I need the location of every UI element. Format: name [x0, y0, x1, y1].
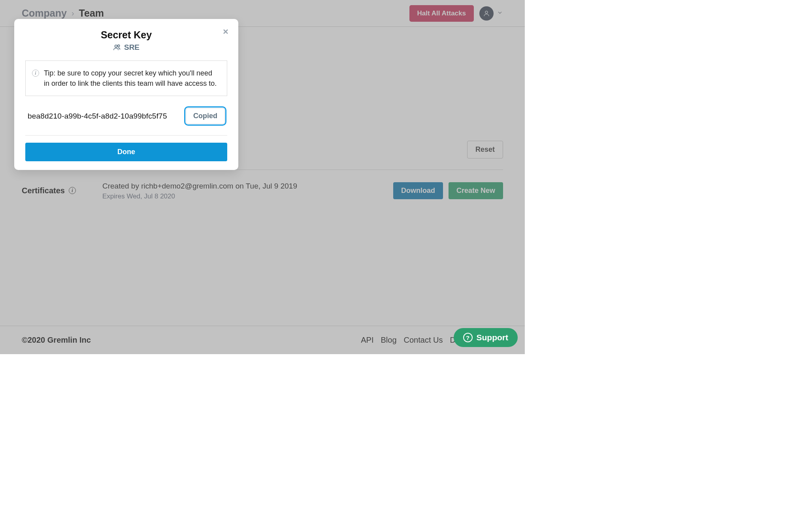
tip-box: i Tip: be sure to copy your secret key w…	[25, 60, 227, 96]
copy-button[interactable]: Copied	[186, 108, 225, 124]
modal-team-name: SRE	[124, 43, 140, 52]
modal-team: SRE	[25, 43, 227, 52]
modal-title: Secret Key	[25, 29, 227, 41]
support-label: Support	[477, 333, 508, 342]
key-row: bea8d210-a99b-4c5f-a8d2-10a99bfc5f75 Cop…	[25, 96, 227, 136]
tip-text: Tip: be sure to copy your secret key whi…	[44, 68, 219, 89]
done-button[interactable]: Done	[25, 143, 227, 161]
close-icon	[222, 28, 230, 36]
question-icon: ?	[463, 333, 473, 342]
svg-point-2	[118, 45, 120, 47]
secret-key-value: bea8d210-a99b-4c5f-a8d2-10a99bfc5f75	[28, 112, 167, 121]
support-button[interactable]: ? Support	[454, 328, 518, 347]
info-icon: i	[32, 70, 39, 77]
svg-point-1	[115, 45, 117, 47]
modal-overlay[interactable]: Secret Key SRE i Tip: be sure to copy yo…	[0, 0, 525, 354]
close-button[interactable]	[220, 25, 231, 39]
secret-key-modal: Secret Key SRE i Tip: be sure to copy yo…	[14, 19, 238, 170]
team-icon	[113, 43, 121, 51]
